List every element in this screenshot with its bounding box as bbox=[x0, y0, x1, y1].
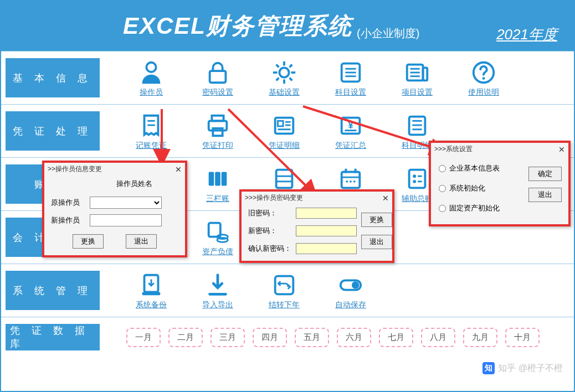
summary-icon: ¥ bbox=[336, 112, 366, 140]
item-label: 导入导出 bbox=[202, 300, 233, 310]
section-label-basic: 基 本 信 息 bbox=[6, 58, 100, 97]
month-3[interactable]: 三月 bbox=[211, 328, 245, 347]
svg-point-52 bbox=[346, 180, 348, 182]
list-icon bbox=[336, 59, 366, 86]
item-voucher-detail[interactable]: 凭证明细 bbox=[259, 112, 309, 151]
coins-icon bbox=[203, 218, 233, 246]
dialog3-close[interactable]: ✕ bbox=[558, 145, 565, 154]
svg-text:¥: ¥ bbox=[348, 119, 353, 130]
item-basic-settings[interactable]: 基础设置 bbox=[259, 59, 309, 97]
dialog2-input-new[interactable] bbox=[296, 225, 357, 236]
item-operator[interactable]: 操作员 bbox=[126, 59, 176, 97]
dialog1-input-new[interactable] bbox=[90, 214, 162, 226]
month-2[interactable]: 二月 bbox=[168, 328, 203, 347]
dialog-password-change: >>>操作员密码变更 ✕ 旧密码： 更换 退出 新密码： 确认新密码： bbox=[239, 189, 394, 263]
item-label: 记账凭证 bbox=[136, 141, 167, 151]
dialog-system-settings: >>>系统设置 ✕ 企业基本信息表 系统初始化 固定资产初始化 确定 退出 bbox=[429, 141, 571, 226]
svg-rect-72 bbox=[275, 276, 294, 294]
aux-icon bbox=[402, 165, 432, 193]
item-voucher-entry[interactable]: 记账凭证 bbox=[126, 112, 176, 151]
item-carryover[interactable]: 结转下年 bbox=[259, 271, 309, 310]
item-label: 科目明细 bbox=[402, 141, 433, 151]
svg-point-0 bbox=[146, 62, 156, 71]
item-autosave[interactable]: 自动保存 bbox=[326, 271, 376, 310]
svg-point-74 bbox=[352, 281, 359, 288]
dialog1-btn-change[interactable]: 更换 bbox=[73, 234, 104, 249]
item-label: 密码设置 bbox=[202, 87, 233, 97]
receipt-icon bbox=[136, 112, 166, 140]
svg-point-58 bbox=[413, 179, 416, 183]
carry-icon bbox=[269, 271, 299, 299]
svg-line-7 bbox=[276, 64, 279, 67]
svg-point-21 bbox=[482, 77, 485, 80]
dialog2-btn-change[interactable]: 更换 bbox=[361, 213, 392, 227]
svg-line-10 bbox=[276, 78, 279, 80]
dialog2-btn-exit[interactable]: 退出 bbox=[361, 235, 392, 249]
lock-icon bbox=[203, 59, 233, 86]
svg-rect-28 bbox=[278, 121, 283, 126]
dialog3-opt1[interactable]: 企业基本信息表 bbox=[439, 163, 523, 173]
month-1[interactable]: 一月 bbox=[126, 328, 161, 347]
dialog-operator-change: >>操作员信息变更 ✕ 操作员姓名 原操作员 新操作员 更换 退出 bbox=[42, 161, 187, 257]
item-three-col-2[interactable]: 三栏账 bbox=[193, 165, 243, 204]
item-voucher-print[interactable]: 凭证打印 bbox=[193, 112, 243, 151]
printer-icon bbox=[203, 112, 233, 140]
dialog1-label-old: 原操作员 bbox=[51, 198, 90, 208]
month-9[interactable]: 九月 bbox=[463, 328, 497, 347]
month-4[interactable]: 四月 bbox=[253, 328, 287, 347]
dialog2-label-new: 新密码： bbox=[248, 226, 292, 236]
watermark: 知 知乎 @橙子不橙 bbox=[482, 362, 563, 374]
sheet-icon bbox=[269, 165, 299, 193]
backup-icon bbox=[136, 271, 166, 299]
dialog2-input-confirm[interactable] bbox=[296, 243, 357, 254]
app-year: 2021年度 bbox=[496, 25, 557, 44]
dialog3-title: >>>系统设置 bbox=[434, 145, 473, 154]
dialog1-select-old[interactable] bbox=[90, 197, 162, 209]
question-icon bbox=[469, 59, 499, 86]
item-assets[interactable]: 资产负债 bbox=[193, 218, 243, 257]
item-password[interactable]: 密码设置 bbox=[193, 59, 243, 97]
dialog1-close[interactable]: ✕ bbox=[175, 165, 182, 174]
dialog2-label-confirm: 确认新密码： bbox=[248, 244, 292, 254]
svg-rect-48 bbox=[342, 172, 360, 188]
item-label: 凭证汇总 bbox=[335, 141, 366, 151]
item-subject-settings[interactable]: 科目设置 bbox=[326, 59, 376, 97]
dialog3-btn-exit[interactable]: 退出 bbox=[528, 188, 562, 202]
item-project-settings[interactable]: 项目设置 bbox=[392, 59, 442, 97]
app-subtitle: (小企业制度) bbox=[357, 26, 419, 41]
gear-icon bbox=[269, 59, 299, 86]
dialog3-opt3[interactable]: 固定资产初始化 bbox=[439, 203, 523, 213]
item-label: 操作员 bbox=[140, 87, 163, 97]
item-import-export[interactable]: 导入导出 bbox=[193, 271, 243, 310]
month-5[interactable]: 五月 bbox=[295, 328, 329, 347]
item-label: 科目设置 bbox=[335, 87, 366, 97]
item-voucher-summary[interactable]: ¥ 凭证汇总 bbox=[326, 112, 376, 151]
item-label: 结转下年 bbox=[269, 300, 300, 310]
icons-basic: 操作员 密码设置 基础设置 科目设置 项目设置 使用说明 bbox=[104, 51, 574, 104]
month-8[interactable]: 八月 bbox=[421, 328, 455, 347]
dialog1-btn-exit[interactable]: 退出 bbox=[126, 234, 157, 249]
dialog3-opt2[interactable]: 系统初始化 bbox=[439, 183, 523, 193]
toggle-icon bbox=[336, 271, 366, 299]
svg-rect-43 bbox=[215, 172, 220, 185]
item-backup[interactable]: 系统备份 bbox=[126, 271, 176, 310]
dialog2-close[interactable]: ✕ bbox=[382, 194, 389, 203]
item-label: 资产负债 bbox=[202, 247, 233, 257]
dialog1-title: >>操作员信息变更 bbox=[48, 164, 102, 174]
svg-rect-1 bbox=[210, 71, 226, 82]
section-label-database: 凭 证 数 据 库 bbox=[6, 324, 100, 350]
month-7[interactable]: 七月 bbox=[379, 328, 413, 347]
item-label: 基础设置 bbox=[269, 87, 300, 97]
item-label: 三栏账 bbox=[206, 194, 229, 204]
icons-system: 系统备份 导入导出 结转下年 自动保存 bbox=[104, 264, 574, 317]
svg-rect-42 bbox=[209, 172, 214, 185]
dialog3-btn-ok[interactable]: 确定 bbox=[528, 167, 562, 181]
item-help[interactable]: 使用说明 bbox=[459, 59, 509, 97]
svg-point-56 bbox=[413, 174, 416, 178]
svg-point-54 bbox=[353, 180, 356, 182]
month-10[interactable]: 十月 bbox=[505, 328, 540, 347]
month-6[interactable]: 六月 bbox=[337, 328, 371, 347]
news-icon bbox=[402, 59, 432, 86]
dialog2-input-old[interactable] bbox=[296, 208, 357, 219]
zhihu-icon: 知 bbox=[482, 362, 495, 374]
